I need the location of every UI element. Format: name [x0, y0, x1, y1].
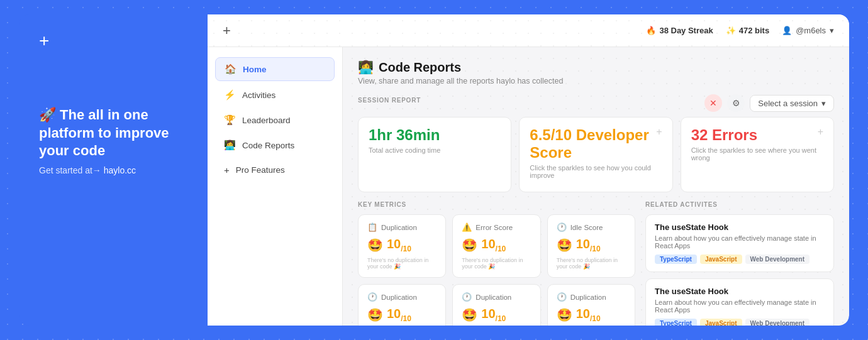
page-title: 👩‍💻 Code Reports — [358, 60, 834, 75]
home-icon: 🏠 — [225, 63, 236, 75]
metric-duplication-2: 🕐 Duplication 🤩 10/10 There's no duplica… — [358, 284, 446, 326]
related-activities-label: RELATED ACTIVITES — [645, 201, 834, 208]
metric-error-score-value: 10/10 — [481, 237, 506, 253]
select-session-chevron-icon: ▾ — [821, 99, 826, 108]
bits-star-icon: ✨ — [726, 26, 736, 35]
select-session-dropdown[interactable]: Select a session ▾ — [750, 95, 834, 112]
close-session-button[interactable]: ✕ — [704, 94, 722, 112]
tag-typescript-1[interactable]: TypeScript — [655, 255, 697, 264]
metric-duplication-1-sub: There's no duplication in your code 🎉 — [367, 257, 437, 270]
user-label: @m6els — [796, 26, 826, 35]
tag-javascript-2[interactable]: JavaScript — [700, 319, 742, 326]
select-session-label: Select a session — [758, 99, 818, 108]
sidebar-item-pro-features[interactable]: + Pro Features — [215, 159, 335, 181]
main-content: 👩‍💻 Code Reports View, share and manage … — [343, 47, 849, 326]
session-time-label: Total active coding time — [369, 146, 501, 154]
metric-duplication-2-label: Duplication — [381, 293, 417, 301]
key-metrics-section: KEY METRICS 📋 Duplication 🤩 10/10 — [358, 201, 635, 326]
sidebar-nav: 🏠 Home ⚡ Activities 🏆 Leaderboard 👩‍💻 Co… — [208, 47, 343, 326]
cta-link[interactable]: haylo.cc — [104, 165, 136, 175]
related-card-2: The useState Hook Learn about how you ca… — [645, 278, 834, 326]
metric-idle-score-icon: 🕐 — [557, 222, 567, 232]
errors-expand-icon[interactable]: + — [818, 126, 823, 138]
page-title-icon: 👩‍💻 — [358, 60, 374, 75]
metric-duplication-3-icon: 🕐 — [462, 292, 472, 302]
topbar: + 🔥 38 Day Streak ✨ 472 bits 👤 @m6els ▾ — [208, 14, 849, 47]
cta-text: Get started at→ haylo.cc — [39, 165, 187, 175]
tag-webdev-1[interactable]: Web Development — [745, 255, 810, 264]
related-activities-section: RELATED ACTIVITES The useState Hook Lear… — [645, 201, 834, 326]
left-panel: + 🚀 The all in one platform to improve y… — [19, 14, 208, 326]
user-badge[interactable]: 👤 @m6els ▾ — [782, 26, 834, 35]
session-time-value: 1hr 36min — [369, 126, 501, 144]
streak-fire-icon: 🔥 — [646, 26, 656, 35]
streak-label: 38 Day Streak — [659, 26, 713, 35]
sidebar-item-leaderboard[interactable]: 🏆 Leaderboard — [215, 109, 335, 131]
score-expand-icon[interactable]: + — [656, 126, 662, 138]
metric-duplication-4-label: Duplication — [570, 293, 606, 301]
bits-badge: ✨ 472 bits — [726, 26, 769, 35]
metric-duplication-4-icon: 🕐 — [557, 292, 567, 302]
session-cards-row: 1hr 36min Total active coding time 6.5/1… — [358, 117, 834, 192]
metric-duplication-4: 🕐 Duplication 🤩 10/10 There's no duplica… — [547, 284, 635, 326]
sidebar-item-activities-label: Activities — [242, 90, 275, 100]
metric-duplication-3: 🕐 Duplication 🤩 10/10 There's no duplica… — [452, 284, 540, 326]
metric-duplication-3-value: 10/10 — [481, 307, 506, 323]
metric-duplication-2-value: 10/10 — [387, 307, 411, 323]
sidebar-item-pro-features-label: Pro Features — [236, 165, 285, 175]
tag-webdev-2[interactable]: Web Development — [745, 319, 810, 326]
metric-error-score-sub: There's no duplication in your code 🎉 — [462, 257, 531, 270]
metric-error-score-icon: ⚠️ — [462, 222, 472, 232]
tag-typescript-2[interactable]: TypeScript — [655, 319, 697, 326]
session-actions: ✕ ⚙ Select a session ▾ — [704, 94, 834, 112]
left-plus-icon[interactable]: + — [39, 32, 187, 50]
key-metrics-label: KEY METRICS — [358, 201, 635, 208]
streak-badge: 🔥 38 Day Streak — [646, 26, 713, 35]
related-card-1-tags: TypeScript JavaScript Web Development — [655, 255, 825, 264]
metric-error-score: ⚠️ Error Score 🤩 10/10 There's no duplic… — [452, 214, 540, 278]
metric-error-score-label: Error Score — [476, 224, 513, 231]
leaderboard-icon: 🏆 — [224, 114, 236, 126]
sidebar-item-code-reports-label: Code Reports — [242, 141, 294, 150]
metric-duplication-4-value: 10/10 — [576, 307, 601, 323]
related-card-2-tags: TypeScript JavaScript Web Development — [655, 319, 825, 326]
related-card-2-title: The useState Hook — [655, 287, 825, 296]
tagline: 🚀 The all in one platform to improve you… — [39, 106, 187, 160]
settings-session-button[interactable]: ⚙ — [727, 94, 745, 112]
session-score-value: 6.5/10 Developer Score — [530, 126, 656, 162]
metrics-grid: 📋 Duplication 🤩 10/10 There's no duplica… — [358, 214, 635, 326]
code-reports-icon: 👩‍💻 — [224, 140, 236, 151]
metric-idle-score-label: Idle Score — [570, 224, 603, 231]
related-card-1-desc: Learn about how you can effectively mana… — [655, 234, 825, 250]
page-header: 👩‍💻 Code Reports View, share and manage … — [358, 60, 834, 85]
pro-features-icon: + — [224, 165, 230, 175]
session-errors-value: 32 Errors — [691, 126, 818, 144]
related-card-1-title: The useState Hook — [655, 222, 825, 232]
activities-icon: ⚡ — [224, 89, 236, 101]
sidebar-item-code-reports[interactable]: 👩‍💻 Code Reports — [215, 134, 335, 156]
metric-error-score-emoji: 🤩 — [462, 238, 477, 253]
metric-idle-score: 🕐 Idle Score 🤩 10/10 There's no duplicat… — [547, 214, 635, 278]
session-report-label: SESSION REPORT — [358, 97, 421, 104]
sidebar-item-leaderboard-label: Leaderboard — [242, 116, 291, 125]
related-panel: The useState Hook Learn about how you ca… — [645, 214, 834, 326]
user-chevron-icon: ▾ — [830, 26, 834, 35]
session-card-errors: 32 Errors Click the sparkles to see wher… — [681, 117, 834, 192]
session-report-header: SESSION REPORT ✕ ⚙ Select a session ▾ — [358, 94, 834, 112]
metric-idle-score-sub: There's no duplication in your code 🎉 — [557, 257, 626, 270]
two-col-layout: KEY METRICS 📋 Duplication 🤩 10/10 — [358, 201, 834, 326]
metric-idle-score-emoji: 🤩 — [557, 238, 572, 253]
metric-duplication-3-emoji: 🤩 — [462, 307, 477, 322]
metric-duplication-1: 📋 Duplication 🤩 10/10 There's no duplica… — [358, 214, 446, 278]
page-subtitle: View, share and manage all the reports h… — [358, 77, 834, 85]
tag-javascript-1[interactable]: JavaScript — [700, 255, 742, 264]
session-score-label: Click the sparkles to see how you could … — [530, 164, 656, 179]
metric-idle-score-value: 10/10 — [576, 237, 601, 253]
user-avatar-icon: 👤 — [782, 26, 792, 35]
metric-duplication-1-label: Duplication — [381, 224, 417, 231]
topbar-plus-icon[interactable]: + — [223, 23, 231, 39]
metric-duplication-4-emoji: 🤩 — [557, 307, 572, 322]
sidebar-item-activities[interactable]: ⚡ Activities — [215, 84, 335, 106]
session-card-time: 1hr 36min Total active coding time — [358, 117, 511, 192]
sidebar-item-home[interactable]: 🏠 Home — [215, 57, 335, 81]
